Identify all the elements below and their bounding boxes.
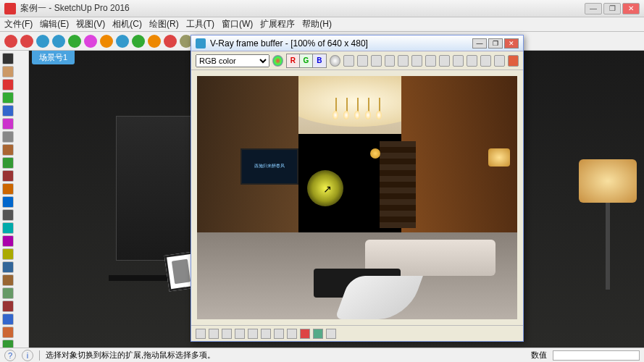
clone-button[interactable]: [398, 55, 409, 67]
toolbar-button-10[interactable]: [164, 35, 177, 48]
toolbar-button-7[interactable]: [116, 35, 129, 48]
stop-render-button[interactable]: [508, 55, 519, 67]
lamp-pole: [606, 203, 610, 290]
tool-20[interactable]: [2, 313, 14, 325]
tool-11[interactable]: [2, 196, 14, 208]
maximize-button[interactable]: ❐: [603, 3, 621, 14]
tool-10[interactable]: [2, 183, 14, 195]
correction-button[interactable]: [480, 55, 491, 67]
value-input[interactable]: [553, 350, 640, 361]
value-label: 数值: [531, 350, 547, 361]
vfb-red-button[interactable]: [300, 329, 310, 339]
clear-button[interactable]: [385, 55, 396, 67]
vray-maximize-button[interactable]: ❐: [488, 38, 503, 49]
vray-minimize-button[interactable]: —: [472, 38, 487, 49]
tool-4[interactable]: [2, 105, 14, 117]
window-controls: — ❐ ✕: [585, 3, 640, 14]
vfb-hsl-button[interactable]: [274, 329, 284, 339]
tool-15[interactable]: [2, 248, 14, 260]
channel-g-button[interactable]: G: [300, 54, 313, 67]
tool-12[interactable]: [2, 209, 14, 221]
close-button[interactable]: ✕: [622, 3, 640, 14]
tool-8[interactable]: [2, 157, 14, 169]
menu-h[interactable]: 帮助(H): [302, 18, 332, 30]
toolbar-button-6[interactable]: [100, 35, 113, 48]
history-button[interactable]: [494, 55, 505, 67]
vfb-exposure-button[interactable]: [248, 329, 258, 339]
menu-t[interactable]: 工具(T): [186, 18, 214, 30]
vray-render-area: 西施归来醉春风: [191, 70, 523, 325]
lock-button[interactable]: [453, 55, 464, 67]
switch-channel-button[interactable]: [343, 55, 354, 67]
menu-f[interactable]: 文件(F): [4, 18, 33, 30]
sketchup-icon: [4, 3, 16, 14]
color-wheel-icon[interactable]: [272, 55, 283, 67]
toolbar-button-4[interactable]: [68, 35, 81, 48]
menu-r[interactable]: 绘图(R): [149, 18, 179, 30]
channel-select[interactable]: RGB color: [196, 54, 269, 67]
toolbar-button-9[interactable]: [148, 35, 161, 48]
load-image-button[interactable]: [371, 55, 382, 67]
tool-18[interactable]: [2, 287, 14, 299]
info-icon[interactable]: i: [22, 350, 33, 361]
vray-titlebar[interactable]: V-Ray frame buffer - [100% of 640 x 480]…: [191, 35, 523, 51]
rendered-image[interactable]: 西施归来醉春风: [197, 76, 517, 319]
tool-13[interactable]: [2, 222, 14, 234]
minimize-button[interactable]: —: [585, 3, 602, 14]
vfb-compare-button[interactable]: [326, 329, 336, 339]
tool-21[interactable]: [2, 327, 14, 338]
vfb-levels-button[interactable]: [287, 329, 297, 339]
channel-r-button[interactable]: R: [287, 54, 300, 67]
vfb-open-button[interactable]: [196, 329, 206, 339]
menu-e[interactable]: 编辑(E): [40, 18, 69, 30]
left-tool-palette: [0, 51, 29, 348]
tool-19[interactable]: [2, 300, 14, 312]
help-icon[interactable]: ?: [4, 350, 16, 361]
toolbar-button-8[interactable]: [132, 35, 145, 48]
region-button[interactable]: [425, 55, 436, 67]
tool-14[interactable]: [2, 235, 14, 247]
vray-close-button[interactable]: ✕: [504, 38, 519, 49]
tool-3[interactable]: [2, 92, 14, 104]
tool-17[interactable]: [2, 274, 14, 286]
track-mouse-button[interactable]: [439, 55, 450, 67]
link-button[interactable]: [467, 55, 477, 67]
menu-[interactable]: 扩展程序: [260, 18, 295, 30]
vfb-green-button[interactable]: [313, 329, 323, 339]
channel-b-button[interactable]: B: [313, 54, 326, 67]
rgb-channel-group: R G B: [286, 54, 327, 68]
vray-frame-buffer-window[interactable]: V-Ray frame buffer - [100% of 640 x 480]…: [191, 35, 524, 342]
tool-9[interactable]: [2, 170, 14, 182]
save-image-button[interactable]: [357, 55, 368, 67]
mono-channel-button[interactable]: [330, 55, 340, 67]
vray-bottom-toolbar: [191, 325, 523, 341]
vfb-whitebalance-button[interactable]: [261, 329, 271, 339]
vfb-pixel-button[interactable]: [222, 329, 232, 339]
render-chandelier: [328, 98, 386, 134]
toolbar-button-2[interactable]: [36, 35, 49, 48]
tool-6[interactable]: [2, 131, 14, 143]
tool-0[interactable]: [2, 53, 14, 64]
status-bar: ? i 选择对象切换到标注的扩展,拖动鼠标选择多项。 数值: [0, 348, 644, 362]
toolbar-button-5[interactable]: [84, 35, 97, 48]
tool-2[interactable]: [2, 79, 14, 90]
tool-5[interactable]: [2, 118, 14, 130]
lamp-shade: [579, 159, 637, 203]
render-bookshelf: [380, 141, 416, 228]
toolbar-button-1[interactable]: [20, 35, 33, 48]
cursor-highlight: [307, 170, 343, 206]
menu-c[interactable]: 相机(C): [112, 18, 142, 30]
vray-title: V-Ray frame buffer - [100% of 640 x 480]: [210, 38, 471, 49]
vfb-curves-button[interactable]: [235, 329, 245, 339]
tool-1[interactable]: [2, 66, 14, 77]
menu-w[interactable]: 窗口(W): [222, 18, 253, 30]
effects-button[interactable]: [411, 55, 422, 67]
menubar: 文件(F)编辑(E)视图(V)相机(C)绘图(R)工具(T)窗口(W)扩展程序帮…: [0, 17, 644, 32]
toolbar-button-3[interactable]: [52, 35, 65, 48]
vfb-info-button[interactable]: [209, 329, 219, 339]
toolbar-button-0[interactable]: [4, 35, 17, 48]
tool-7[interactable]: [2, 144, 14, 156]
menu-v[interactable]: 视图(V): [76, 18, 105, 30]
status-hint: 选择对象切换到标注的扩展,拖动鼠标选择多项。: [46, 350, 215, 361]
tool-16[interactable]: [2, 261, 14, 273]
